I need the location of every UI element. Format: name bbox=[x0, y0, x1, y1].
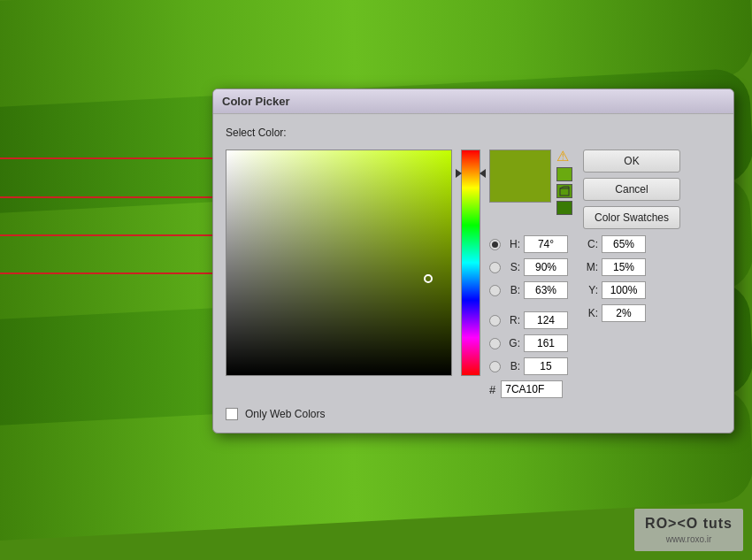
h-label: H: bbox=[504, 238, 520, 250]
color-preview-box bbox=[489, 150, 551, 203]
c-field-row: C: bbox=[582, 234, 646, 254]
dialog-title: Color Picker bbox=[222, 95, 290, 108]
color-field-cursor bbox=[424, 274, 433, 283]
r-input[interactable] bbox=[524, 311, 568, 329]
g-label: G: bbox=[504, 337, 520, 349]
color-field-wrap[interactable] bbox=[226, 150, 452, 376]
watermark: RO><O tuts www.roxo.ir bbox=[634, 509, 743, 551]
b-radio[interactable] bbox=[489, 285, 501, 296]
dialog-titlebar: Color Picker bbox=[213, 89, 733, 114]
cmyk-fields: C: M: Y: K: bbox=[582, 234, 646, 399]
s-field-row: S: bbox=[489, 257, 568, 277]
s-label: S: bbox=[504, 261, 520, 273]
hue-arrow-right-icon bbox=[480, 169, 486, 178]
only-web-colors-checkbox[interactable] bbox=[226, 408, 238, 420]
dialog-body: Select Color: bbox=[213, 114, 733, 433]
y-input[interactable] bbox=[602, 281, 646, 299]
k-field-row: K: bbox=[582, 303, 646, 323]
color-cube-icon[interactable] bbox=[556, 167, 572, 181]
r-radio[interactable] bbox=[489, 315, 501, 326]
b-label: B: bbox=[504, 284, 520, 296]
g-field-row: G: bbox=[489, 334, 568, 353]
main-row: ⚠ bbox=[226, 150, 721, 399]
g-radio[interactable] bbox=[489, 338, 501, 349]
r-field-row: R: bbox=[489, 311, 568, 330]
b-rgb-field-row: B: bbox=[489, 357, 568, 376]
k-label: K: bbox=[582, 307, 598, 319]
m-label: M: bbox=[582, 261, 598, 273]
g-input[interactable] bbox=[524, 334, 568, 352]
color-preview-old bbox=[490, 176, 550, 202]
warning-triangle-icon[interactable]: ⚠ bbox=[556, 148, 572, 165]
y-label: Y: bbox=[582, 284, 598, 296]
watermark-url: www.roxo.ir bbox=[666, 533, 712, 546]
b-rgb-label: B: bbox=[504, 360, 520, 372]
hsb-rgb-fields: H: S: B: bbox=[489, 234, 568, 399]
c-input[interactable] bbox=[602, 235, 646, 253]
hsb-cmyk-fields: H: S: B: bbox=[489, 234, 721, 399]
svg-rect-0 bbox=[560, 188, 569, 196]
cancel-button[interactable]: Cancel bbox=[583, 178, 680, 201]
b-input[interactable] bbox=[524, 281, 568, 299]
hue-slider-wrap[interactable] bbox=[461, 150, 480, 376]
side-icons: ⚠ bbox=[556, 146, 572, 215]
b-field-row: B: bbox=[489, 280, 568, 300]
web-safe-icon[interactable] bbox=[556, 184, 572, 198]
s-input[interactable] bbox=[524, 258, 568, 276]
color-picker-dialog: Color Picker Select Color: bbox=[212, 88, 734, 433]
h-radio[interactable] bbox=[489, 239, 501, 250]
m-input[interactable] bbox=[602, 258, 646, 276]
solid-color-icon[interactable] bbox=[556, 201, 572, 215]
k-input[interactable] bbox=[602, 304, 646, 322]
cube-svg bbox=[559, 186, 570, 196]
r-label: R: bbox=[504, 314, 520, 326]
c-label: C: bbox=[582, 238, 598, 250]
only-web-colors-label: Only Web Colors bbox=[245, 408, 325, 420]
select-color-label: Select Color: bbox=[226, 127, 721, 139]
hue-slider[interactable] bbox=[461, 150, 480, 376]
hex-symbol: # bbox=[489, 383, 495, 396]
h-field-row: H: bbox=[489, 234, 568, 254]
preview-area: ⚠ bbox=[489, 150, 551, 203]
color-swatches-button[interactable]: Color Swatches bbox=[583, 206, 680, 229]
action-buttons: OK Cancel Color Swatches bbox=[583, 150, 680, 229]
y-field-row: Y: bbox=[582, 280, 646, 300]
bottom-row: Only Web Colors bbox=[226, 408, 721, 420]
ok-button[interactable]: OK bbox=[583, 150, 680, 173]
color-field[interactable] bbox=[226, 150, 452, 376]
preview-and-buttons: ⚠ bbox=[489, 150, 721, 229]
hex-input[interactable] bbox=[501, 380, 563, 398]
watermark-brand: RO><O tuts bbox=[645, 514, 733, 533]
b-rgb-radio[interactable] bbox=[489, 361, 501, 372]
s-radio[interactable] bbox=[489, 262, 501, 273]
preview-column: ⚠ bbox=[489, 150, 551, 203]
color-preview-new bbox=[490, 150, 550, 176]
hex-field-row: # bbox=[489, 380, 568, 399]
spacer bbox=[489, 303, 568, 307]
right-section: ⚠ bbox=[489, 150, 721, 399]
b-rgb-input[interactable] bbox=[524, 357, 568, 375]
m-field-row: M: bbox=[582, 257, 646, 277]
h-input[interactable] bbox=[524, 235, 568, 253]
